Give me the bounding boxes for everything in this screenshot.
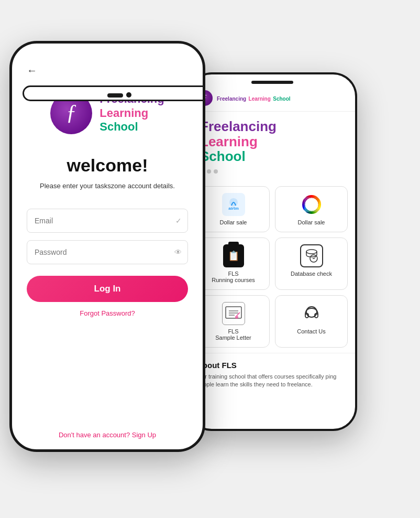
hero-line2: Learning xyxy=(200,134,345,149)
fls-clipboard-icon: 📋 xyxy=(223,244,244,267)
dollar-sale-airtm-label: Dollar sale xyxy=(220,219,247,225)
forgot-password-link[interactable]: Forgot Password? xyxy=(80,309,135,317)
back-hero-title: Freelancing Learning School xyxy=(200,119,345,164)
back-phone: ƒ Freelancing Learning School Freelancin… xyxy=(189,73,356,430)
clipboard-icon: 📋 xyxy=(222,244,245,267)
back-logo-learning: Learning xyxy=(249,96,271,102)
grid-card-sample-letter[interactable]: FLSSample Letter xyxy=(197,295,270,348)
grid-card-running-courses[interactable]: 📋 FLSRunning courses xyxy=(197,238,270,290)
grid-card-dollar-sale-payoneer[interactable]: Dollar sale xyxy=(275,186,348,232)
hero-line1: Freelancing xyxy=(200,119,345,134)
sample-letter-label: FLSSample Letter xyxy=(215,328,251,341)
grid-card-dollar-sale-airtm[interactable]: airtm Dollar sale xyxy=(197,186,270,232)
front-phone: ← ƒ Freelancing Learning School welcome!… xyxy=(10,42,204,451)
payoneer-icon xyxy=(300,193,323,216)
email-input[interactable] xyxy=(27,209,188,233)
database-check-icon xyxy=(300,244,323,267)
back-header: ƒ Freelancing Learning School xyxy=(190,85,355,112)
dollar-sale-payoneer-label: Dollar sale xyxy=(298,219,325,225)
dot-3[interactable] xyxy=(214,169,218,174)
about-title: About FLS xyxy=(197,361,348,370)
login-button[interactable]: Log In xyxy=(27,276,188,302)
features-grid: airtm Dollar sale Dollar sale xyxy=(190,186,355,348)
back-notch xyxy=(190,74,355,85)
password-input-wrapper: 👁 xyxy=(27,240,188,264)
svg-point-10 xyxy=(235,316,238,319)
back-logo-school: School xyxy=(273,96,290,102)
back-arrow-button[interactable]: ← xyxy=(27,64,37,77)
front-notch-bar xyxy=(107,93,123,98)
svg-point-2 xyxy=(306,250,317,254)
letter-icon xyxy=(222,302,245,325)
contact-us-icon xyxy=(300,302,323,325)
headphone-icon xyxy=(300,302,323,325)
about-text: nter training school that offers courses… xyxy=(197,373,348,389)
logo-f-icon: ƒ xyxy=(66,101,77,123)
signup-link[interactable]: Don't have an account? Sign Up xyxy=(59,431,156,439)
back-notch-bar xyxy=(251,81,293,84)
back-logo-text: Freelancing Learning School xyxy=(217,93,291,103)
back-phone-content: ƒ Freelancing Learning School Freelancin… xyxy=(190,85,355,429)
grid-card-contact-us[interactable]: Contact Us xyxy=(275,295,348,348)
airtm-logo: airtm xyxy=(222,193,245,216)
logo-school: School xyxy=(100,120,164,134)
about-section: About FLS nter training school that offe… xyxy=(190,353,355,389)
svg-rect-6 xyxy=(226,307,241,318)
airtm-icon: airtm xyxy=(222,193,245,216)
email-input-wrapper: ✓ xyxy=(27,209,188,233)
front-camera xyxy=(126,92,131,98)
grid-card-database-check[interactable]: Database check xyxy=(275,238,348,290)
back-logo-freelancing: Freelancing xyxy=(217,96,246,102)
logo-learning: Learning xyxy=(100,106,164,120)
db-icon xyxy=(300,244,323,267)
back-hero-section: Freelancing Learning School xyxy=(190,112,355,186)
payoneer-logo xyxy=(300,193,323,216)
dot-2[interactable] xyxy=(207,169,211,174)
running-courses-label: FLSRunning courses xyxy=(212,271,255,283)
subtitle-text: Please enter your taskszone account deta… xyxy=(40,182,175,190)
password-eye-icon: 👁 xyxy=(174,248,182,256)
password-input[interactable] xyxy=(27,240,188,264)
email-check-icon: ✓ xyxy=(175,217,182,225)
welcome-heading: welcome! xyxy=(67,155,148,176)
front-content: ← ƒ Freelancing Learning School welcome!… xyxy=(12,59,203,449)
database-check-label: Database check xyxy=(291,271,332,277)
sample-letter-icon xyxy=(222,302,245,325)
front-notch-area xyxy=(23,85,204,101)
contact-us-label: Contact Us xyxy=(297,328,325,334)
clipboard-inner-icon: 📋 xyxy=(228,250,239,262)
hero-line3: School xyxy=(200,149,345,164)
carousel-dots xyxy=(200,169,345,174)
svg-text:airtm: airtm xyxy=(228,206,239,211)
